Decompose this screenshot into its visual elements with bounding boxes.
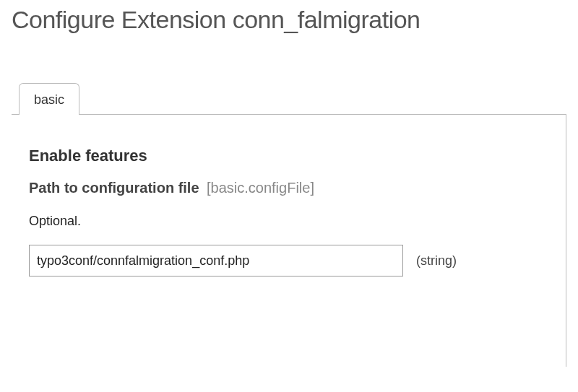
input-row: (string): [29, 245, 548, 276]
page-title: Configure Extension conn_falmigration: [12, 6, 566, 34]
tab-container: basic Enable features Path to configurat…: [12, 83, 566, 367]
field-label-row: Path to configuration file [basic.config…: [29, 180, 548, 196]
field-hint: Optional.: [29, 214, 548, 229]
field-key: [basic.configFile]: [207, 180, 314, 196]
tab-panel: Enable features Path to configuration fi…: [12, 114, 566, 367]
type-hint: (string): [416, 253, 457, 269]
tab-basic[interactable]: basic: [19, 83, 79, 115]
field-label: Path to configuration file: [29, 180, 199, 196]
config-file-input[interactable]: [29, 245, 403, 276]
section-heading-enable-features: Enable features: [29, 147, 548, 165]
